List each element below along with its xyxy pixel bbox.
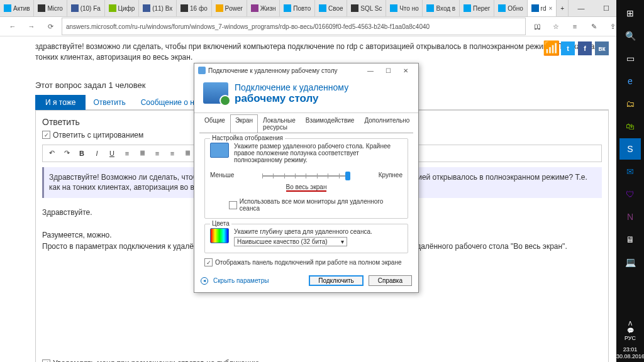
- lang-indicator[interactable]: РУС: [616, 335, 644, 343]
- align-left-button[interactable]: ≣: [136, 148, 148, 159]
- align-right-button[interactable]: ≡: [166, 148, 179, 159]
- align-center-button[interactable]: ≡: [151, 148, 164, 159]
- url-field[interactable]: answers.microsoft.com/ru-ru/windows/foru…: [62, 18, 526, 35]
- monitor-icon: [210, 143, 229, 158]
- onenote-icon[interactable]: N: [619, 206, 641, 228]
- search-icon[interactable]: 🔍: [619, 25, 641, 47]
- star-icon[interactable]: ☆: [548, 19, 564, 34]
- rdp-min-button[interactable]: —: [362, 67, 379, 74]
- undo-button[interactable]: ↶: [45, 148, 58, 159]
- rss-icon[interactable]: 📶: [544, 41, 558, 55]
- back-button[interactable]: ←: [5, 19, 20, 34]
- italic-button[interactable]: I: [91, 148, 103, 159]
- twitter-icon[interactable]: t: [561, 41, 575, 55]
- browser-tab[interactable]: Жизн: [247, 0, 280, 16]
- color-depth-select[interactable]: Наивысшее качество (32 бита)▾: [234, 237, 347, 246]
- rdp-max-button[interactable]: ☐: [379, 67, 397, 74]
- rdp-tab[interactable]: Локальные ресурсы: [258, 114, 301, 133]
- explorer-icon[interactable]: 🗂: [619, 93, 641, 114]
- rdp-header: Подключение к удаленному рабочему столу: [194, 77, 418, 113]
- reading-icon[interactable]: 🕮: [530, 19, 545, 34]
- chevron-down-icon: ▾: [341, 238, 344, 245]
- browser-tab[interactable]: Что но: [386, 0, 423, 16]
- note-icon[interactable]: ✎: [586, 19, 601, 34]
- system-tray[interactable]: ᐱ 💬 РУС 23:01 30.08.2016: [616, 319, 644, 362]
- show-bar-checkbox[interactable]: ✓ Отображать панель подключений при рабо…: [204, 258, 408, 266]
- display-legend: Настройка отображения: [210, 134, 285, 141]
- rdp-tab[interactable]: Общие: [199, 114, 230, 133]
- rdp-tab[interactable]: Дополнительно: [359, 114, 414, 133]
- rdp-tab[interactable]: Экран: [230, 114, 258, 133]
- browser-tab[interactable]: Цифр: [105, 0, 140, 16]
- browser-tab[interactable]: rd×: [528, 0, 557, 16]
- rdp-close-button[interactable]: ✕: [397, 67, 414, 74]
- checkbox-icon: [229, 201, 237, 209]
- tray-msg-icon[interactable]: 💬: [616, 327, 644, 335]
- browser-tab[interactable]: Power: [212, 0, 247, 16]
- reload-button[interactable]: ⟳: [43, 19, 58, 34]
- rdp-body: Настройка отображения Укажите размер уда…: [199, 133, 413, 272]
- browser-tab[interactable]: Повто: [280, 0, 315, 16]
- store-icon[interactable]: 🛍: [619, 116, 641, 137]
- new-tab-button[interactable]: +: [557, 0, 569, 16]
- security-icon[interactable]: 🛡: [619, 184, 641, 205]
- browser-tab[interactable]: Вход в: [423, 0, 459, 16]
- task-view-icon[interactable]: ▭: [619, 48, 641, 69]
- taskbar: ⊞ 🔍 ▭ e 🗂 🛍 S ✉ 🛡 N 🖥 💻: [616, 0, 644, 362]
- rdp-titlebar-icon: [198, 67, 206, 74]
- answer-tab[interactable]: Ответить: [86, 95, 133, 110]
- browser-tab[interactable]: SQL Sc: [347, 0, 386, 16]
- start-button[interactable]: ⊞: [619, 3, 641, 24]
- redo-button[interactable]: ↷: [60, 148, 73, 159]
- slider-more-label: Крупнее: [379, 172, 402, 178]
- vk-icon[interactable]: вк: [595, 41, 609, 55]
- colors-text: Укажите глубину цвета для удаленного сеа…: [234, 228, 402, 235]
- browser-tab[interactable]: (11) Вх: [139, 0, 177, 16]
- window-min-button[interactable]: —: [569, 0, 594, 16]
- rdp-tab[interactable]: Взаимодействие: [301, 114, 360, 133]
- show-bar-label: Отображать панель подключений при работе…: [215, 259, 401, 266]
- notify-checkbox[interactable]: ✓ Уведомлять меня при размещении ответов…: [42, 359, 602, 362]
- hub-icon[interactable]: ≡: [567, 19, 582, 34]
- edge-icon[interactable]: e: [619, 70, 641, 92]
- browser-tab[interactable]: (10) Fa: [67, 0, 105, 16]
- window-max-button[interactable]: ☐: [594, 0, 619, 16]
- browser-tab[interactable]: 16 фо: [177, 0, 211, 16]
- connect-button[interactable]: Подключить: [309, 275, 364, 286]
- browser-tab[interactable]: Обно: [494, 0, 527, 16]
- browser-tab[interactable]: Micro: [34, 0, 67, 16]
- check-icon: ✓: [204, 258, 213, 266]
- facebook-icon[interactable]: f: [578, 41, 592, 55]
- forward-button[interactable]: →: [24, 19, 39, 34]
- browser-tab-bar: АктивMicro(10) FaЦифр(11) Вх16 фоPowerЖи…: [0, 0, 644, 17]
- rdp-logo-icon: [203, 82, 228, 104]
- hide-params-link[interactable]: Скрыть параметры: [213, 277, 269, 284]
- close-icon[interactable]: ×: [549, 5, 553, 12]
- bold-button[interactable]: B: [75, 148, 88, 159]
- rdp-header-line2: рабочему столу: [235, 92, 348, 105]
- help-button[interactable]: Справка: [369, 275, 412, 286]
- tray-up-icon[interactable]: ᐱ: [616, 321, 644, 328]
- browser-tab[interactable]: Перег: [460, 0, 494, 16]
- monitor-icon[interactable]: 🖥: [619, 229, 641, 250]
- address-bar-row: ← → ⟳ answers.microsoft.com/ru-ru/window…: [0, 17, 644, 36]
- collapse-icon[interactable]: ◂: [201, 277, 208, 285]
- rdp-tabs: ОбщиеЭкранЛокальные ресурсыВзаимодействи…: [194, 113, 418, 133]
- rdp-icon[interactable]: 💻: [619, 251, 641, 273]
- color-icon: [210, 228, 229, 243]
- clock-time[interactable]: 23:01: [616, 346, 644, 354]
- rdp-titlebar[interactable]: Подключение к удаленному рабочему столу …: [194, 63, 418, 77]
- browser-tab[interactable]: Актив: [0, 0, 34, 16]
- notify-label: Уведомлять меня при размещении ответов н…: [53, 359, 259, 362]
- outlook-icon[interactable]: ✉: [619, 161, 641, 182]
- browser-tab[interactable]: Свое: [315, 0, 347, 16]
- skype-icon[interactable]: S: [619, 138, 641, 160]
- underline-button[interactable]: U: [106, 148, 118, 159]
- all-monitors-checkbox[interactable]: Использовать все мои мониторы для удален…: [229, 198, 402, 212]
- strike-button[interactable]: ≡: [121, 148, 133, 159]
- list-button[interactable]: ≣: [181, 148, 194, 159]
- me-too-tab[interactable]: И я тоже: [35, 95, 86, 110]
- size-slider[interactable]: [262, 171, 350, 181]
- slider-thumb-icon[interactable]: [345, 172, 350, 180]
- rdp-dialog: Подключение к удаленному рабочему столу …: [194, 63, 419, 293]
